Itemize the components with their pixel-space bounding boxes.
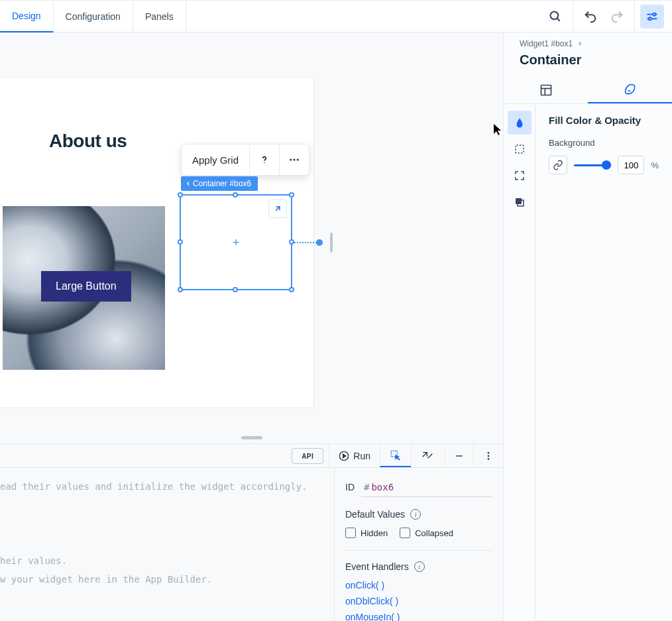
link-icon[interactable] — [549, 156, 567, 174]
border-section-icon[interactable] — [508, 137, 532, 161]
svg-point-6 — [264, 162, 265, 164]
settings-toggle-icon[interactable] — [640, 5, 664, 28]
tab-panels[interactable]: Panels — [133, 1, 186, 32]
hash-symbol: # — [364, 482, 369, 492]
main-tabs: Design Configuration Panels — [0, 1, 186, 32]
resize-handle-nw[interactable] — [178, 192, 183, 198]
shadow-section-icon[interactable] — [508, 190, 532, 214]
checkbox-icon — [345, 528, 356, 538]
chevron-right-icon — [577, 40, 583, 47]
snap-guide — [292, 242, 319, 243]
tab-design[interactable]: Design — [0, 1, 54, 32]
design-tab-icon[interactable] — [588, 77, 672, 103]
fill-section-icon[interactable] — [508, 111, 532, 135]
breadcrumb-text: Widget1 #box1 — [520, 39, 573, 48]
svg-rect-21 — [516, 198, 522, 204]
run-label: Run — [353, 451, 370, 461]
help-icon[interactable] — [249, 144, 279, 175]
id-value: box6 — [371, 482, 394, 492]
tab-label: Configuration — [66, 11, 121, 22]
svg-rect-20 — [516, 145, 524, 153]
code-line: w your widget here in the App Builder. — [0, 574, 212, 585]
collapsed-checkbox[interactable]: Collapsed — [400, 528, 453, 538]
api-label: API — [302, 453, 313, 460]
canvas[interactable]: About us Large Button Apply Grid Contain… — [0, 32, 503, 443]
hidden-checkbox[interactable]: Hidden — [345, 528, 388, 538]
canvas-wrap: About us Large Button Apply Grid Contain… — [0, 32, 504, 621]
layout-tab-icon[interactable] — [504, 77, 588, 103]
svg-point-4 — [653, 13, 655, 15]
defaults-header: Default Values i — [345, 509, 492, 520]
breadcrumb[interactable]: Widget1 #box1 — [504, 32, 672, 48]
search-icon[interactable] — [543, 5, 567, 28]
event-onclick[interactable]: onClick( ) — [345, 580, 492, 591]
svg-marker-11 — [343, 454, 346, 457]
inspector-title: Container — [504, 48, 672, 77]
background-label: Background — [549, 138, 659, 148]
resize-handle-w[interactable] — [178, 239, 183, 245]
resize-handle-sw[interactable] — [178, 287, 183, 292]
svg-point-7 — [290, 159, 292, 161]
resize-handle-n[interactable] — [233, 192, 238, 198]
id-row: ID #box6 — [345, 477, 492, 497]
selection-tag[interactable]: Container #box6 — [181, 176, 258, 191]
undo-icon[interactable] — [579, 5, 602, 28]
fullscreen-icon[interactable] — [411, 444, 445, 467]
more-icon[interactable] — [279, 144, 309, 175]
id-label: ID — [345, 482, 355, 492]
minimize-icon[interactable] — [445, 444, 473, 467]
apply-grid-label: Apply Grid — [192, 154, 239, 166]
resize-handle-se[interactable] — [289, 287, 294, 292]
resize-handle-ne[interactable] — [289, 192, 294, 198]
code-line: heir values. — [0, 555, 67, 566]
code-editor[interactable]: ead their values and initialize the widg… — [0, 468, 334, 621]
cursor-icon — [493, 124, 502, 136]
selection-tag-label: Container #box6 — [193, 179, 251, 188]
properties-panel: ID #box6 Default Values i Hidden Collaps… — [334, 468, 503, 621]
opacity-unit: % — [651, 160, 659, 170]
divider — [573, 1, 573, 32]
inspector-tabs — [504, 77, 672, 104]
checkbox-icon — [400, 528, 410, 538]
tab-label: Panels — [145, 11, 174, 22]
code-line: ead their values and initialize the widg… — [0, 481, 308, 492]
main-area: About us Large Button Apply Grid Contain… — [0, 32, 672, 621]
inspect-icon[interactable] — [380, 444, 411, 467]
tab-configuration[interactable]: Configuration — [54, 1, 133, 32]
collapsed-label: Collapsed — [415, 528, 453, 538]
svg-point-8 — [294, 159, 296, 161]
defaults-label: Default Values — [345, 509, 405, 520]
opacity-slider[interactable] — [574, 158, 611, 172]
bottom-body: ead their values and initialize the widg… — [0, 468, 503, 621]
panel-resize-handle[interactable] — [241, 436, 262, 439]
event-ondblclick[interactable]: onDblClick( ) — [345, 596, 492, 606]
more-vertical-icon[interactable] — [473, 444, 503, 467]
snap-indicator — [330, 233, 333, 253]
svg-point-0 — [551, 11, 559, 19]
bottom-toolbar: API Run — [0, 444, 503, 468]
apply-grid-button[interactable]: Apply Grid — [182, 144, 249, 175]
section-title: Fill Color & Opacity — [549, 115, 659, 126]
id-input[interactable]: #box6 — [361, 477, 492, 497]
info-icon[interactable]: i — [410, 509, 421, 520]
expand-icon[interactable] — [268, 199, 287, 218]
add-content-icon[interactable]: + — [233, 235, 240, 249]
hidden-label: Hidden — [361, 528, 388, 538]
divider — [345, 550, 492, 551]
info-icon[interactable]: i — [414, 561, 425, 572]
inspector-body: Fill Color & Opacity Background % — [504, 104, 672, 621]
selected-container[interactable]: + — [180, 194, 292, 290]
resize-handle-s[interactable] — [233, 287, 238, 292]
svg-point-16 — [488, 458, 490, 460]
slider-thumb[interactable] — [602, 160, 611, 170]
large-button[interactable]: Large Button — [41, 271, 131, 302]
opacity-input[interactable] — [618, 156, 644, 174]
corners-section-icon[interactable] — [508, 164, 532, 188]
svg-line-1 — [557, 18, 560, 21]
api-button[interactable]: API — [292, 448, 323, 464]
inspector-rail — [504, 104, 535, 621]
events-header: Event Handlers i — [345, 561, 492, 572]
bottom-panel: API Run ead — [0, 443, 503, 621]
event-onmousein[interactable]: onMouseIn( ) — [345, 612, 492, 621]
run-button[interactable]: Run — [329, 444, 380, 467]
